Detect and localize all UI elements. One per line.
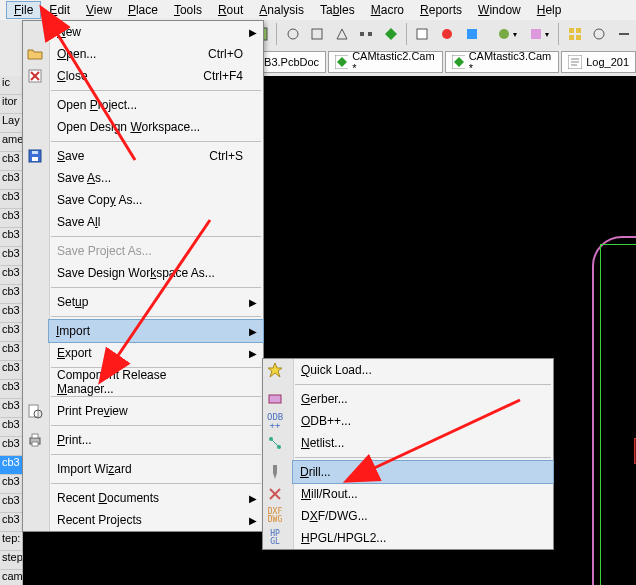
leftcol-row[interactable]: cb3 xyxy=(0,513,22,532)
menu-item-save-design-workspace-as[interactable]: Save Design Workspace As... xyxy=(49,262,263,284)
toolbar-btn[interactable] xyxy=(306,22,329,46)
menu-item-quick-load[interactable]: Quick Load... xyxy=(293,359,553,381)
menu-item-import-wizard[interactable]: Import Wizard xyxy=(49,458,263,480)
menu-item-label: Export xyxy=(57,346,92,360)
menu-file[interactable]: File xyxy=(6,1,41,19)
menu-item-label: DXF/DWG... xyxy=(301,509,368,523)
leftcol-row[interactable]: Lay xyxy=(0,114,22,133)
menu-item-mill-rout[interactable]: Mill/Rout... xyxy=(293,483,553,505)
leftcol-row[interactable]: cb3 xyxy=(0,228,22,247)
menu-view[interactable]: View xyxy=(78,1,120,19)
leftcol-row[interactable]: cb3 xyxy=(0,475,22,494)
menu-item-new[interactable]: New▶ xyxy=(49,21,263,43)
toolbar-btn[interactable] xyxy=(330,22,353,46)
menu-place[interactable]: Place xyxy=(120,1,166,19)
menu-item-open[interactable]: Open...Ctrl+O xyxy=(49,43,263,65)
menu-item-recent-documents[interactable]: Recent Documents▶ xyxy=(49,487,263,509)
menu-edit[interactable]: Edit xyxy=(41,1,78,19)
menu-tables[interactable]: Tables xyxy=(312,1,363,19)
leftcol-row[interactable]: cb3 xyxy=(0,323,22,342)
menu-item-setup[interactable]: Setup▶ xyxy=(49,291,263,313)
menu-tools[interactable]: Tools xyxy=(166,1,210,19)
menu-item-save-all[interactable]: Save All xyxy=(49,211,263,233)
leftcol-row[interactable]: cb3 xyxy=(0,190,22,209)
mr-icon xyxy=(267,486,283,502)
open-icon xyxy=(27,46,43,62)
menu-item-label: Drill... xyxy=(300,465,331,479)
svg-rect-3 xyxy=(360,32,364,36)
toolbar-btn[interactable] xyxy=(355,22,378,46)
menu-item-recent-projects[interactable]: Recent Projects▶ xyxy=(49,509,263,531)
menu-macro[interactable]: Macro xyxy=(363,1,412,19)
toolbar-btn[interactable] xyxy=(588,22,611,46)
toolbar-btn[interactable] xyxy=(436,22,459,46)
menu-item-open-design-workspace[interactable]: Open Design Workspace... xyxy=(49,116,263,138)
leftcol-header: itor xyxy=(0,95,22,114)
menu-item-close[interactable]: CloseCtrl+F4 xyxy=(49,65,263,87)
menu-shortcut: Ctrl+S xyxy=(209,149,243,163)
toolbar-btn[interactable] xyxy=(281,22,304,46)
menu-help[interactable]: Help xyxy=(529,1,570,19)
menu-item-hpgl-hpgl2[interactable]: HPGLHPGL/HPGL2... xyxy=(293,527,553,549)
svg-rect-13 xyxy=(576,35,581,40)
toolbar-dropdown[interactable]: ▾ xyxy=(492,22,522,46)
nl-icon xyxy=(267,435,283,451)
menu-item-label: Close xyxy=(57,69,88,83)
menu-rout[interactable]: Rout xyxy=(210,1,251,19)
leftcol-row[interactable]: cb3 xyxy=(0,418,22,437)
menu-reports[interactable]: Reports xyxy=(412,1,470,19)
menu-item-netlist[interactable]: Netlist... xyxy=(293,432,553,454)
leftcol-row[interactable]: cb3 xyxy=(0,494,22,513)
leftcol-row[interactable]: cb3 xyxy=(0,456,22,475)
toolbar-btn[interactable] xyxy=(612,22,635,46)
menu-item-odb[interactable]: ODB++ODB++... xyxy=(293,410,553,432)
leftcol-row[interactable]: cb3 xyxy=(0,399,22,418)
menu-item-label: Print Preview xyxy=(57,404,128,418)
menu-item-label: Import Wizard xyxy=(57,462,132,476)
leftcol-row[interactable]: cb3 xyxy=(0,247,22,266)
leftcol-row[interactable]: cb3 xyxy=(0,171,22,190)
toolbar-btn[interactable] xyxy=(460,22,483,46)
leftcol-row[interactable]: cb3 xyxy=(0,437,22,456)
leftcol-row[interactable]: cb3 xyxy=(0,209,22,228)
menu-separator xyxy=(51,287,261,288)
close-icon xyxy=(27,68,43,84)
menu-item-open-project[interactable]: Open Project... xyxy=(49,94,263,116)
doc-tab[interactable]: CAMtastic2.Cam * xyxy=(328,51,443,73)
toolbar-btn[interactable] xyxy=(411,22,434,46)
menu-item-export[interactable]: Export▶ xyxy=(49,342,263,364)
menu-item-save-as[interactable]: Save As... xyxy=(49,167,263,189)
menu-item-gerber[interactable]: Gerber... xyxy=(293,388,553,410)
gb-icon xyxy=(267,391,283,407)
leftcol-row[interactable]: cb3 xyxy=(0,342,22,361)
menu-item-save[interactable]: SaveCtrl+S xyxy=(49,145,263,167)
menu-item-component-release-manager[interactable]: Component Release Manager... xyxy=(49,371,263,393)
svg-line-36 xyxy=(272,440,278,446)
leftcol-row[interactable]: cb3 xyxy=(0,361,22,380)
menu-item-save-copy-as[interactable]: Save Copy As... xyxy=(49,189,263,211)
toolbar-dropdown[interactable]: ▾ xyxy=(524,22,554,46)
menu-analysis[interactable]: Analysis xyxy=(251,1,312,19)
menu-item-import[interactable]: Import▶ xyxy=(48,319,264,343)
doc-tab[interactable]: Log_201 xyxy=(561,51,636,73)
menu-item-drill[interactable]: Drill... xyxy=(292,460,554,484)
leftcol-row[interactable]: cb3 xyxy=(0,304,22,323)
left-column: icitorLayamecb3cb3cb3cb3cb3cb3cb3cb3cb3c… xyxy=(0,76,23,585)
toolbar-btn[interactable] xyxy=(380,22,403,46)
svg-rect-7 xyxy=(467,29,477,39)
menu-separator xyxy=(51,141,261,142)
menu-item-label: Open Project... xyxy=(57,98,137,112)
menu-window[interactable]: Window xyxy=(470,1,529,19)
leftcol-row[interactable]: cb3 xyxy=(0,380,22,399)
leftcol-row[interactable]: cb3 xyxy=(0,285,22,304)
hp-icon: HPGL xyxy=(267,530,283,546)
doc-tab[interactable]: CAMtastic3.Cam * xyxy=(445,51,560,73)
menu-item-print-preview[interactable]: Print Preview xyxy=(49,400,263,422)
menu-item-dxf-dwg[interactable]: DXFDWGDXF/DWG... xyxy=(293,505,553,527)
leftcol-row[interactable]: cb3 xyxy=(0,266,22,285)
toolbar-btn[interactable] xyxy=(563,22,586,46)
leftcol-row[interactable]: ame xyxy=(0,133,22,152)
leftcol-row[interactable]: cb3 xyxy=(0,152,22,171)
menu-item-print[interactable]: Print... xyxy=(49,429,263,451)
svg-rect-27 xyxy=(32,151,38,154)
